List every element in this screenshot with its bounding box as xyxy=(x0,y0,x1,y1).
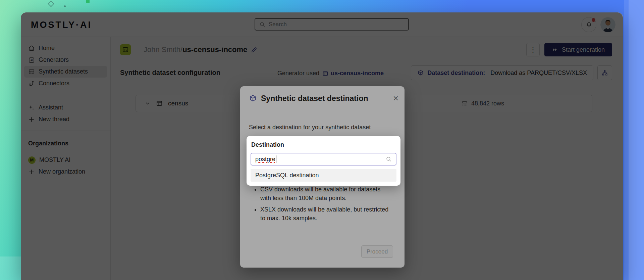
background-corner xyxy=(0,256,21,280)
decor-dot xyxy=(64,5,66,7)
background-band xyxy=(629,0,644,280)
app-window: MOSTLY·AI Search xyxy=(21,12,623,280)
decor-diamond xyxy=(48,0,54,7)
text-caret xyxy=(276,155,276,163)
destination-field-label: Destination xyxy=(251,141,284,148)
destination-popover: Destination postgre PostgreSQL destinati… xyxy=(247,136,400,186)
decor-square xyxy=(86,0,90,3)
option-postgresql-destination[interactable]: PostgreSQL destination xyxy=(251,169,396,182)
search-icon xyxy=(386,156,392,162)
input-value: postgre xyxy=(255,156,275,163)
background-band xyxy=(624,0,629,280)
destination-search-input[interactable]: postgre xyxy=(251,153,396,166)
